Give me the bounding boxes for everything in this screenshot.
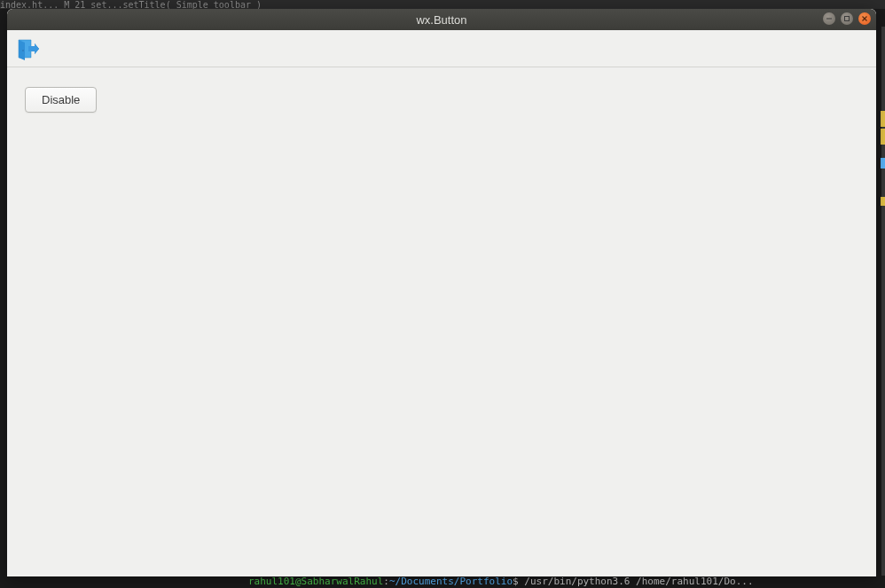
maximize-icon bbox=[843, 15, 850, 22]
exit-icon bbox=[16, 37, 41, 60]
close-button[interactable] bbox=[858, 12, 871, 25]
minimize-icon bbox=[826, 15, 833, 22]
background-editor-fragment: index.ht... M 21 set...setTitle( Simple … bbox=[0, 0, 885, 9]
content-panel: Disable bbox=[7, 67, 876, 576]
window-title: wx.Button bbox=[416, 13, 466, 27]
background-scrollbar bbox=[881, 27, 885, 576]
background-marker bbox=[881, 111, 885, 127]
disable-button[interactable]: Disable bbox=[25, 87, 97, 113]
application-window: wx.Button bbox=[7, 9, 876, 576]
svg-rect-1 bbox=[845, 17, 850, 21]
svg-point-4 bbox=[22, 50, 24, 51]
toolbar bbox=[7, 30, 876, 67]
background-terminal-fragment: rahul101@SabharwalRahul:~/Documents/Port… bbox=[0, 576, 885, 588]
background-marker bbox=[881, 158, 885, 169]
background-marker bbox=[881, 197, 885, 206]
background-marker bbox=[881, 129, 885, 145]
window-controls bbox=[823, 12, 871, 25]
close-icon bbox=[861, 15, 868, 22]
toolbar-exit-button[interactable] bbox=[11, 33, 46, 65]
maximize-button[interactable] bbox=[841, 12, 853, 25]
minimize-button[interactable] bbox=[823, 12, 835, 25]
window-titlebar[interactable]: wx.Button bbox=[7, 9, 876, 30]
